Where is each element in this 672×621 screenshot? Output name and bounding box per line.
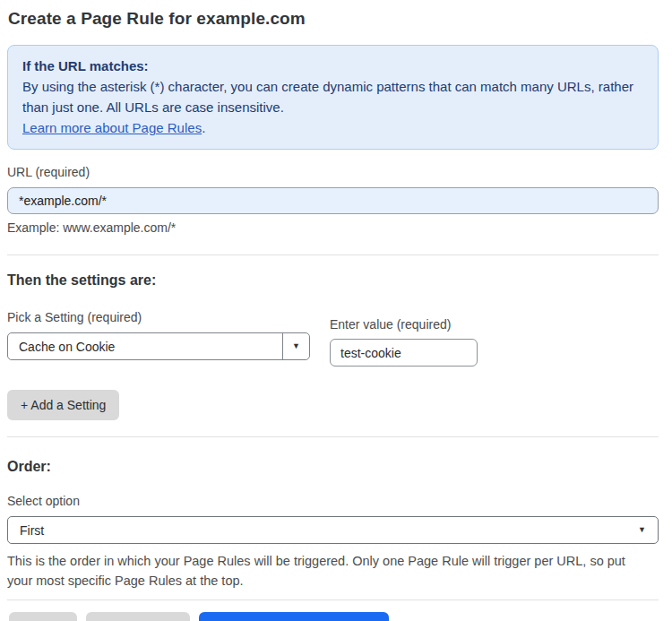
url-input[interactable] [7, 187, 659, 214]
order-select-label: Select option [7, 494, 659, 508]
info-box-heading: If the URL matches: [22, 56, 643, 76]
setting-picker-column: Pick a Setting (required) Cache on Cooki… [7, 310, 330, 367]
value-label: Enter value (required) [330, 317, 478, 332]
page-rule-form: Create a Page Rule for example.com If th… [0, 0, 672, 621]
chevron-down-icon: ▼ [638, 526, 646, 534]
page-title: Create a Page Rule for example.com [8, 9, 659, 29]
setting-label: Pick a Setting (required) [7, 310, 330, 324]
url-match-info-box: If the URL matches: By using the asteris… [7, 45, 659, 150]
link-suffix: . [202, 120, 205, 135]
setting-select-value: Cache on Cookie [8, 333, 282, 359]
setting-value-input[interactable] [330, 339, 478, 367]
order-help-text: This is the order in which your Page Rul… [7, 551, 652, 591]
info-box-link-line: Learn more about Page Rules. [22, 117, 643, 138]
chevron-down-icon: ▼ [292, 342, 300, 350]
url-example-hint: Example: www.example.com/* [7, 220, 659, 235]
order-select[interactable]: First ▼ [7, 516, 659, 544]
add-setting-button[interactable]: + Add a Setting [7, 390, 119, 420]
divider [7, 436, 659, 437]
learn-more-link[interactable]: Learn more about Page Rules [22, 120, 202, 135]
order-select-value: First [20, 523, 638, 538]
save-and-deploy-button[interactable]: Save and Deploy Page Rule [199, 612, 389, 621]
save-as-draft-button[interactable]: Save as Draft [86, 612, 191, 621]
divider [7, 599, 659, 600]
divider [7, 254, 659, 255]
footer-button-row: Cancel Save as Draft Save and Deploy Pag… [9, 612, 659, 621]
settings-heading: Then the settings are: [7, 272, 659, 289]
order-heading: Order: [7, 459, 659, 475]
settings-row: Pick a Setting (required) Cache on Cooki… [7, 310, 659, 367]
info-box-body: By using the asterisk (*) character, you… [22, 76, 643, 117]
setting-select-arrow-button[interactable]: ▼ [282, 333, 309, 359]
setting-value-column: Enter value (required) [330, 317, 478, 367]
setting-select[interactable]: Cache on Cookie ▼ [7, 332, 310, 360]
cancel-button[interactable]: Cancel [9, 612, 77, 621]
url-label: URL (required) [7, 165, 659, 179]
